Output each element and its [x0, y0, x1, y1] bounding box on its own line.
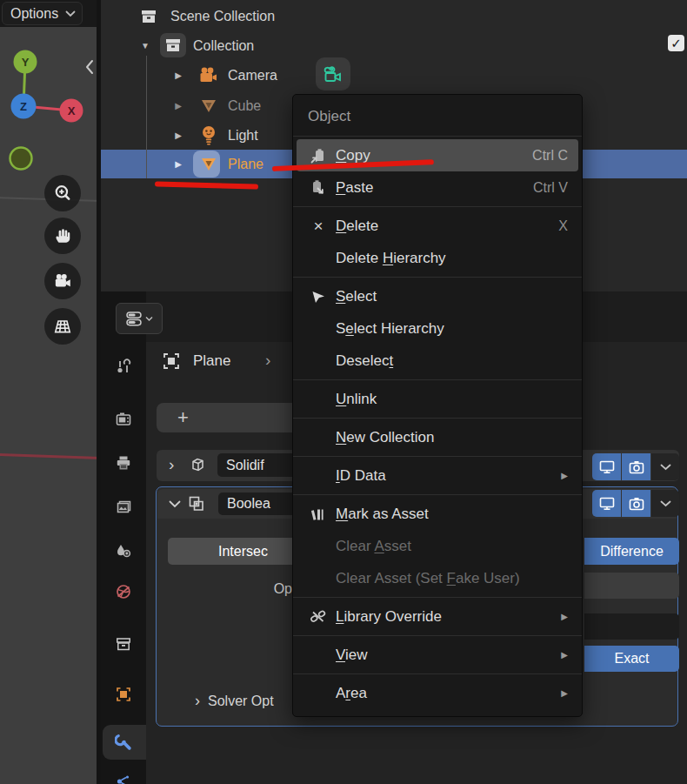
blank-icon-space: [307, 352, 330, 370]
editor-type-dropdown[interactable]: [116, 303, 163, 334]
camera-icon: [629, 460, 644, 474]
chevron-down-icon: [660, 464, 671, 471]
boolean-extras-dropdown[interactable]: [651, 490, 679, 517]
tab-view-layer[interactable]: [101, 489, 146, 527]
object-context-menu: ObjectCopyCtrl CPasteCtrl V×DeleteXDelet…: [292, 94, 583, 717]
solidify-render-toggle[interactable]: [622, 453, 650, 480]
menu-item-area[interactable]: Area▶: [297, 677, 578, 709]
tool-icon: [115, 358, 132, 376]
tab-render[interactable]: [101, 400, 146, 439]
properties-editor-icon: [126, 311, 143, 327]
add-modifier-button[interactable]: +: [157, 403, 292, 432]
camera-view-button[interactable]: [44, 263, 81, 299]
collapse-triangle-icon[interactable]: ▼: [139, 41, 151, 50]
outliner-row-collection[interactable]: ▼ Collection: [101, 31, 687, 60]
menu-separator: [293, 204, 582, 210]
solver-options-subpanel[interactable]: › Solver Opt: [195, 692, 274, 710]
menu-item-select-hierarchy[interactable]: Select Hierarchy: [297, 312, 578, 345]
scene-collection-label: Scene Collection: [170, 9, 275, 24]
menu-separator: [293, 377, 582, 383]
menu-separator: [293, 274, 582, 280]
menu-item-select[interactable]: Select: [297, 280, 578, 312]
menu-item-deselect[interactable]: Deselect: [297, 345, 578, 377]
menu-item-delete-hierarchy[interactable]: Delete Hierarchy: [297, 242, 578, 274]
expand-triangle-icon[interactable]: ▶: [172, 101, 184, 111]
perspective-button[interactable]: [44, 308, 81, 345]
tab-scene[interactable]: [101, 532, 146, 570]
zoom-button[interactable]: [44, 175, 81, 211]
expand-triangle-icon[interactable]: ▶: [172, 131, 184, 140]
menu-item-unlink[interactable]: Unlink: [297, 383, 578, 415]
world-properties-icon: [115, 583, 132, 600]
collection-label: Collection: [193, 38, 254, 54]
cube-label: Cube: [228, 98, 261, 114]
delete-x-icon: ×: [307, 218, 330, 235]
expand-triangle-icon[interactable]: ▶: [172, 70, 184, 80]
sidebar-collapse-icon[interactable]: [84, 58, 95, 76]
outliner-row-camera[interactable]: ▶ Camera: [101, 61, 687, 90]
blank-icon-space: [307, 429, 330, 446]
menu-item-delete[interactable]: ×DeleteX: [297, 210, 578, 242]
light-data-icon: [199, 124, 218, 146]
menu-item-paste[interactable]: PasteCtrl V: [297, 171, 578, 204]
solidify-viewport-toggle[interactable]: [592, 453, 621, 480]
camera-view-icon: [53, 271, 72, 291]
viewport-3d[interactable]: Options Y Z X: [0, 0, 97, 784]
chevron-down-icon: [65, 10, 76, 17]
render-camera-button[interactable]: [316, 57, 350, 90]
pan-button[interactable]: [44, 218, 81, 254]
menu-item-label: View: [336, 647, 561, 664]
menu-item-label: Paste: [336, 179, 533, 197]
submenu-arrow-icon: ▶: [561, 688, 568, 698]
solver-exact-button[interactable]: Exact: [584, 646, 679, 672]
outliner-row-scene-collection[interactable]: Scene Collection: [101, 2, 687, 30]
tab-object[interactable]: [101, 675, 146, 714]
collapse-chevron-icon[interactable]: [169, 500, 181, 508]
tab-tool[interactable]: [101, 348, 146, 386]
output-properties-icon: [115, 454, 132, 472]
tab-world[interactable]: [101, 573, 146, 611]
menu-item-new-collection[interactable]: New Collection: [297, 421, 578, 453]
boolean-viewport-toggle[interactable]: [592, 490, 621, 517]
menu-item-library-override[interactable]: Library Override▶: [297, 600, 578, 633]
menu-item-label: Clear Asset: [336, 538, 568, 555]
physics-particles-icon: [115, 774, 132, 784]
plane-label: Plane: [228, 157, 263, 172]
expand-chevron-icon[interactable]: ›: [169, 455, 174, 474]
expand-chevron-icon: ›: [195, 692, 200, 710]
operand-type-dropdown[interactable]: [584, 573, 679, 599]
solidify-extras-dropdown[interactable]: [651, 453, 679, 480]
collection-properties-icon: [115, 635, 132, 653]
tab-output[interactable]: [101, 444, 146, 482]
view-layer-icon: [115, 499, 132, 517]
operation-difference-button[interactable]: Difference: [584, 538, 679, 565]
operand-type-label: Op: [231, 581, 292, 597]
blank-icon-space: [307, 570, 330, 587]
tab-collection[interactable]: [101, 625, 146, 663]
tab-modifiers[interactable]: [101, 723, 146, 761]
tab-physics[interactable]: [101, 764, 146, 784]
library-override-icon: [307, 608, 330, 626]
menu-item-clear-asset-set-fake-user[interactable]: Clear Asset (Set Fake User): [297, 562, 578, 594]
menu-item-label: Delete: [336, 218, 558, 235]
breadcrumb-object-name[interactable]: Plane: [193, 352, 230, 370]
axis-negative-ball[interactable]: [0, 139, 43, 178]
navigation-gizmo[interactable]: Y Z X: [0, 35, 97, 135]
menu-item-id-data[interactable]: ID Data▶: [297, 459, 578, 492]
boolean-render-toggle[interactable]: [622, 490, 650, 517]
expand-triangle-icon[interactable]: ▶: [172, 159, 184, 169]
boolean-object-field[interactable]: [584, 613, 679, 640]
menu-item-shortcut: Ctrl C: [532, 148, 568, 164]
menu-item-mark-as-asset[interactable]: Mark as Asset: [297, 498, 578, 530]
collection-checkbox[interactable]: ✓: [668, 35, 684, 51]
pan-hand-icon: [53, 226, 72, 245]
menu-item-shortcut: Ctrl V: [533, 180, 568, 196]
menu-separator: [293, 415, 582, 421]
submenu-arrow-icon: ▶: [561, 650, 568, 660]
menu-title: Object: [293, 100, 582, 133]
menu-item-view[interactable]: View▶: [297, 639, 578, 671]
menu-item-clear-asset[interactable]: Clear Asset: [297, 530, 578, 562]
options-label: Options: [10, 6, 58, 22]
mesh-data-icon: [198, 97, 219, 116]
options-dropdown[interactable]: Options: [2, 2, 83, 25]
